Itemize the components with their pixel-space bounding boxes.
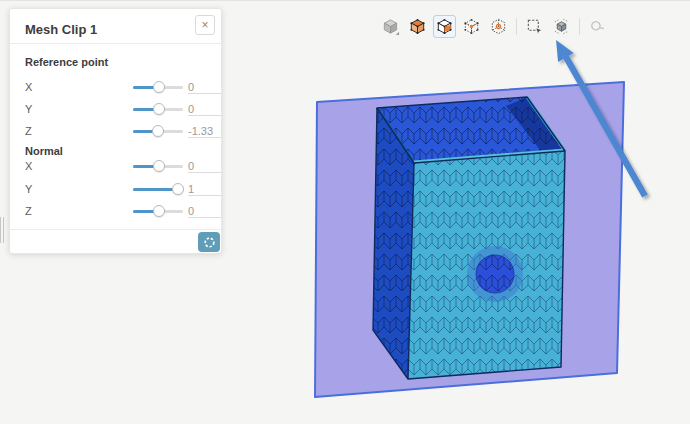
refpoint-y-slider[interactable]	[133, 101, 183, 117]
axis-label: Z	[25, 125, 32, 137]
mesh-element-icon[interactable]	[487, 15, 510, 38]
slider-handle[interactable]	[153, 205, 165, 217]
divider	[10, 43, 221, 44]
axis-label: Z	[25, 205, 32, 217]
mesh-surface-icon[interactable]	[406, 15, 429, 38]
mesh-points-icon[interactable]	[460, 15, 483, 38]
axis-label: Y	[25, 103, 32, 115]
axis-label: X	[25, 81, 32, 93]
row-normal-y: Y 1	[10, 181, 221, 197]
panel-edge-grip[interactable]	[0, 217, 4, 243]
box-select-icon[interactable]	[523, 15, 546, 38]
mesh-clip-icon[interactable]	[550, 15, 573, 38]
slider-handle[interactable]	[153, 81, 165, 93]
slider-handle[interactable]	[153, 160, 165, 172]
normal-y-slider[interactable]	[133, 181, 183, 197]
refpoint-y-value-field[interactable]: 0	[188, 101, 221, 116]
normal-x-value-field[interactable]: 0	[188, 158, 221, 173]
row-refpoint-z: Z -1.33	[10, 123, 221, 139]
panel-title: Mesh Clip 1	[25, 22, 97, 37]
normal-y-value-field[interactable]: 1	[188, 181, 221, 196]
refpoint-z-value-field[interactable]: -1.33	[188, 123, 221, 138]
zoom-icon[interactable]	[586, 15, 609, 38]
solid-view-icon[interactable]	[379, 15, 402, 38]
normal-z-value-field[interactable]: 0	[188, 203, 221, 218]
close-icon[interactable]: ×	[195, 15, 215, 35]
slider-handle[interactable]	[153, 103, 165, 115]
normal-x-slider[interactable]	[133, 158, 183, 174]
row-normal-z: Z 0	[10, 203, 221, 219]
section-label-reference-point: Reference point	[25, 56, 108, 68]
axis-label: X	[25, 160, 32, 172]
mesh-wireframe-icon[interactable]	[433, 15, 456, 38]
refpoint-z-slider[interactable]	[133, 123, 183, 139]
refresh-icon	[203, 236, 216, 249]
section-label-normal: Normal	[25, 145, 63, 157]
slider-handle[interactable]	[172, 183, 184, 195]
slider-handle[interactable]	[152, 125, 164, 137]
axis-label: Y	[25, 183, 32, 195]
mesh-clip-panel: Mesh Clip 1 × Reference point X 0 Y 0 Z …	[9, 8, 222, 254]
normal-z-slider[interactable]	[133, 203, 183, 219]
refpoint-x-value-field[interactable]: 0	[188, 79, 221, 94]
toolbar-separator	[579, 18, 580, 35]
row-refpoint-x: X 0	[10, 79, 221, 95]
toolbar-separator	[516, 18, 517, 35]
mesh-box-front-face	[408, 151, 565, 379]
view-toolbar	[379, 15, 609, 38]
divider	[10, 229, 221, 230]
refpoint-x-slider[interactable]	[133, 79, 183, 95]
update-clip-button[interactable]	[198, 232, 220, 252]
row-normal-x: X 0	[10, 158, 221, 174]
row-refpoint-y: Y 0	[10, 101, 221, 117]
